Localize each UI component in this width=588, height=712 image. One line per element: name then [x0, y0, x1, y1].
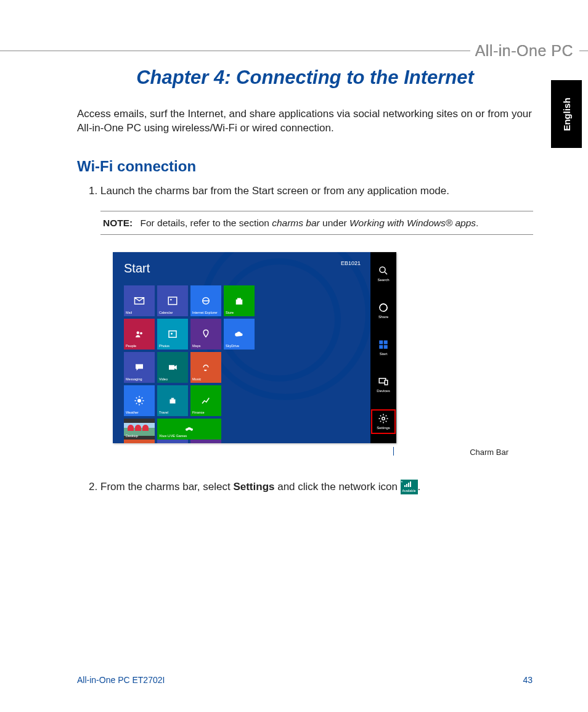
note-em2: Working with Windows® apps [349, 218, 476, 228]
charms-bar: Search Share Start Devices [370, 252, 396, 443]
note-text-pre: For details, refer to the section [141, 218, 272, 228]
chapter-title: Chapter 4: Connecting to the Internet [77, 67, 533, 89]
tile-store: Store [224, 285, 255, 316]
tile-video: Video [157, 352, 188, 383]
charm-search: Search [371, 261, 396, 286]
gear-icon [378, 413, 389, 424]
svg-point-4 [140, 332, 142, 335]
charm-share: Share [371, 298, 396, 323]
tile-photos: Photos [157, 319, 188, 350]
start-label: Start [124, 260, 150, 277]
charm-bar-caption: Charm Bar [100, 447, 508, 458]
svg-point-12 [380, 267, 385, 272]
step2-mid: and click the network icon [274, 481, 400, 493]
page-content: Chapter 4: Connecting to the Internet Ac… [77, 55, 533, 505]
tile-maps: Maps [190, 319, 221, 350]
note-label: NOTE: [103, 218, 133, 228]
charm-settings: Settings [371, 409, 396, 434]
svg-rect-0 [168, 297, 177, 305]
svg-rect-14 [379, 340, 383, 344]
tile-messaging: Messaging [124, 352, 155, 383]
svg-rect-15 [384, 340, 388, 344]
step2-bold: Settings [233, 481, 274, 493]
svg-point-3 [137, 332, 140, 335]
network-icon: *Available [401, 480, 418, 494]
note-em1: charms bar [272, 218, 320, 228]
svg-point-6 [171, 333, 173, 335]
user-name: EB1021 [341, 260, 361, 268]
svg-rect-1 [170, 299, 171, 300]
svg-rect-19 [385, 380, 388, 385]
windows-icon [378, 339, 389, 350]
tile-skydrive: SkyDrive [224, 319, 255, 350]
search-icon [378, 265, 389, 276]
tile-finance: Finance [190, 385, 221, 416]
screenshot: Start EB1021 Mail Calendar Internet Expl… [113, 252, 409, 443]
share-icon [378, 302, 389, 313]
language-label: English [561, 97, 572, 131]
svg-rect-16 [379, 345, 383, 349]
svg-rect-17 [384, 345, 388, 349]
intro-paragraph: Access emails, surf the Internet, and sh… [77, 107, 533, 136]
note-text-mid: under [320, 218, 349, 228]
callout-line [393, 447, 394, 456]
charm-start: Start [371, 335, 396, 360]
tile-music: Music [190, 352, 221, 383]
svg-point-20 [382, 417, 385, 420]
language-tab: English [551, 80, 582, 148]
rule-left [0, 51, 470, 51]
step-1-text: Launch the charms bar from the Start scr… [100, 185, 449, 197]
start-screen: Start EB1021 Mail Calendar Internet Expl… [113, 252, 396, 443]
tile-people: People [124, 319, 155, 350]
footer-page: 43 [523, 675, 533, 685]
svg-rect-5 [169, 331, 176, 338]
tile-travel: Travel [157, 385, 188, 416]
steps-list: Launch the charms bar from the Start scr… [77, 184, 533, 494]
svg-point-8 [137, 399, 141, 403]
svg-rect-7 [169, 366, 174, 370]
rule-right [579, 51, 588, 51]
step2-pre: From the charms bar, select [100, 481, 233, 493]
tile-ie: Internet Explorer [190, 285, 221, 316]
step-2: From the charms bar, select Settings and… [100, 480, 533, 495]
step2-post: . [418, 481, 421, 493]
footer-model: All-in-One PC ET2702I [77, 675, 165, 685]
tile-mail: Mail [124, 285, 155, 316]
tile-weather: Weather [124, 385, 155, 416]
note-text-post: . [476, 218, 478, 228]
section-title: Wi-Fi connection [77, 158, 533, 175]
tile-calendar: Calendar [157, 285, 188, 316]
charm-devices: Devices [371, 372, 396, 397]
devices-icon [378, 376, 389, 387]
tile-xbox: Xbox LIVE Games [157, 419, 221, 440]
page-footer: All-in-One PC ET2702I 43 [77, 675, 533, 685]
step-1: Launch the charms bar from the Start scr… [100, 184, 533, 459]
tile-desktop: Desktop [124, 419, 155, 440]
svg-rect-9 [170, 399, 176, 404]
note-box: NOTE: For details, refer to the section … [100, 211, 533, 235]
